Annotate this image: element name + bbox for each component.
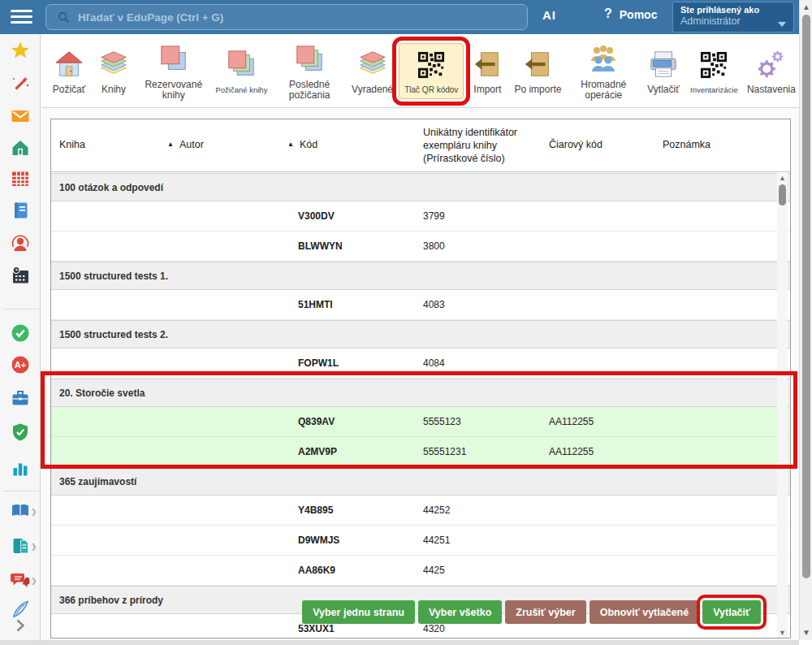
vyber-v-etko-button[interactable]: Vyber všetko [418,600,502,624]
stack-icon [294,43,325,77]
toolbar-item-label: Požičať [53,84,86,95]
sidebar-item-shield-check-icon[interactable] [11,422,30,442]
sidebar-item-documents-icon[interactable] [11,536,30,556]
table-row[interactable]: Q839AV5555123AA112255 [51,407,790,437]
sidebar-item-expand-chevron-icon[interactable] [11,616,30,635]
cell-kod: A2MV9P [298,437,337,467]
gears-icon [756,48,787,82]
group-row[interactable]: 20. Storočie svetla [51,379,790,407]
help-button[interactable]: ? Pomoc [604,8,657,21]
table-header: Kniha ▲Autor ▲Kód Unikátny identifikátor… [51,119,790,172]
account-dropdown[interactable]: Ste prihlásený ako Administrátor [672,2,794,32]
cell-ident: 4084 [423,348,445,379]
sidebar-item-magic-wand-icon[interactable] [11,75,30,94]
sidebar-item-grade-a-plus-icon[interactable]: A+ [11,355,30,374]
question-mark-icon: ? [604,6,612,21]
toolbar-item-label: Posledné požičania [277,80,341,101]
scroll-up-icon[interactable]: ▲ [777,173,788,183]
toolbar-item-label: Rezervované knihy [141,80,205,101]
toolbar-item-label: Požičané knihy [215,84,267,95]
ai-button[interactable]: AI [542,8,556,22]
column-header-kniha[interactable]: Kniha [59,139,85,150]
vytla-i--button[interactable]: Vytlačiť [702,600,761,624]
obnovi-vytla-en--button[interactable]: Obnoviť vytlačené [590,600,700,624]
sidebar-item-star-icon[interactable] [11,41,30,60]
cell-ident: 44252 [423,496,450,526]
page-scrollbar[interactable]: ▲ ▼ [799,0,812,640]
toolbar-item-stack[interactable]: Posledné požičania [273,40,345,102]
table-scrollbar[interactable]: ▲ ▼ [777,173,788,638]
cell-ciar: AA112255 [549,437,594,467]
table-scrollbar-thumb[interactable] [779,184,786,206]
toolbar-item-layers[interactable]: Knihy [93,45,135,97]
toolbar-item-label: Import [473,84,501,95]
books-table: Kniha ▲Autor ▲Kód Unikátny identifikátor… [50,119,791,639]
vyber-jednu-stranu-button[interactable]: Vyber jednu stranu [302,600,415,624]
sidebar-item-briefcase-icon[interactable] [11,388,30,408]
table-row[interactable]: BLWWYN3800 [51,232,790,262]
sort-arrow-icon: ▲ [287,141,294,148]
toolbar-item-printer[interactable]: Vytlačiť [642,45,685,97]
cell-kod: AA86K9 [298,556,335,586]
sidebar-item-notebook-icon[interactable] [11,201,30,220]
toolbar-item-qr-code[interactable]: Inventarizácie [687,45,741,97]
page-scrollbar-thumb[interactable] [802,15,810,578]
group-row[interactable]: 365 zaujímavostí [51,467,790,496]
sidebar-item-home-icon[interactable] [11,138,30,158]
zru-i-v-ber-button[interactable]: Zrušiť výber [505,600,585,624]
import-icon [472,48,503,82]
toolbar-item-label: Tlač QR kódov [404,84,458,95]
table-row[interactable]: Y4B89544252 [51,496,790,526]
table-row[interactable]: V300DV3799 [51,201,790,232]
toolbar-item-layers[interactable]: Vyradené [348,45,396,97]
sidebar-item-person-icon[interactable] [11,233,30,253]
sidebar-item-library-book-icon[interactable] [11,501,30,521]
toolbar: PožičaťKnihyRezervované knihyPožičané kn… [41,34,799,108]
toolbar-item-label: Vyradené [352,84,393,95]
house-icon [54,48,84,82]
cell-ident: 5555123 [423,407,461,437]
scroll-up-icon[interactable]: ▲ [800,2,812,13]
horizontal-scrollbar[interactable] [0,640,799,645]
cell-ident: 55551231 [423,437,466,467]
sidebar-item-envelope-icon[interactable] [11,106,30,126]
group-row[interactable]: 100 otázok a odpovedí [51,173,790,201]
cell-kod: FOPW1L [298,348,339,379]
qr-code-icon [417,48,445,82]
table-row[interactable]: A2MV9P55551231AA112255 [51,437,790,467]
hamburger-menu-icon[interactable] [11,10,32,24]
scroll-down-icon[interactable]: ▼ [800,627,812,639]
toolbar-item-label: Knihy [102,84,126,95]
table-row[interactable]: 51HMTI4083 [51,290,790,320]
toolbar-item-import[interactable]: Import [466,45,508,97]
column-header-kod[interactable]: ▲Kód [287,139,317,150]
qr-code-icon [700,48,728,82]
toolbar-item-stack[interactable]: Požičané knihy [212,45,270,97]
sidebar-item-timetable-icon[interactable] [11,169,30,188]
sidebar-item-bar-chart-icon[interactable] [11,458,30,478]
column-header-poznamka[interactable]: Poznámka [663,139,710,150]
group-row[interactable]: 1500 structured tests 2. [51,320,790,348]
column-header-ciarovy-kod[interactable]: Čiarový kód [549,139,603,150]
toolbar-item-qr-code[interactable]: Tlač QR kódov [399,43,464,99]
table-row[interactable]: AA86K94425 [51,556,790,586]
scroll-down-icon[interactable]: ▼ [777,628,788,638]
top-bar: Hľadať v EduPage (Ctrl + G) AI ? Pomoc S… [0,0,812,34]
column-header-identifikator[interactable]: Unikátny identifikátor exempláru knihy (… [423,126,546,165]
cell-ident: 3800 [423,232,445,262]
sidebar-item-calendar-clock-icon[interactable] [11,266,30,285]
toolbar-item-people[interactable]: Hromadné operácie [568,40,640,102]
sidebar-item-chat-bubbles-icon[interactable] [11,570,30,590]
account-user-name: Administrátor [680,15,786,27]
toolbar-item-import[interactable]: Po importe [511,45,564,97]
toolbar-item-gears[interactable]: Nastavenia [744,45,799,97]
search-input[interactable]: Hľadať v EduPage (Ctrl + G) [45,4,528,30]
sidebar-item-check-badge-icon[interactable] [11,323,30,343]
sidebar-divider [2,491,38,491]
table-row[interactable]: FOPW1L4084 [51,348,790,379]
column-header-autor[interactable]: ▲Autor [167,139,204,150]
table-row[interactable]: D9WMJS44251 [51,526,790,556]
toolbar-item-stack2[interactable]: Rezervované knihy [137,40,209,102]
toolbar-item-house[interactable]: Požičať [48,45,90,97]
group-row[interactable]: 1500 structured tests 1. [51,262,790,290]
